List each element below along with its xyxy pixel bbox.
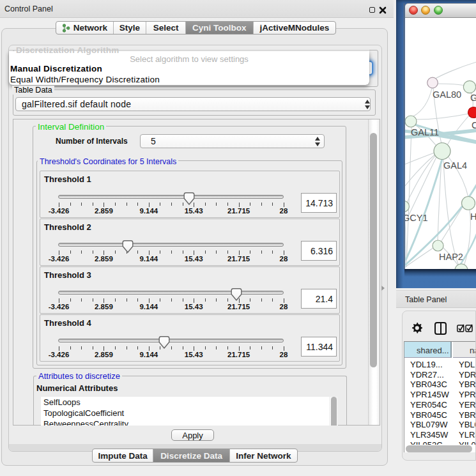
svg-text:GAL80: GAL80 [433, 89, 461, 100]
svg-text:HAP2: HAP2 [439, 252, 463, 262]
svg-text:H: H [470, 211, 476, 222]
svg-text:GCY1: GCY1 [405, 213, 428, 223]
svg-text:C: C [472, 120, 476, 130]
svg-text:GAL4: GAL4 [443, 160, 467, 171]
svg-text:GA: GA [470, 93, 476, 103]
svg-text:GAL11: GAL11 [411, 127, 439, 137]
